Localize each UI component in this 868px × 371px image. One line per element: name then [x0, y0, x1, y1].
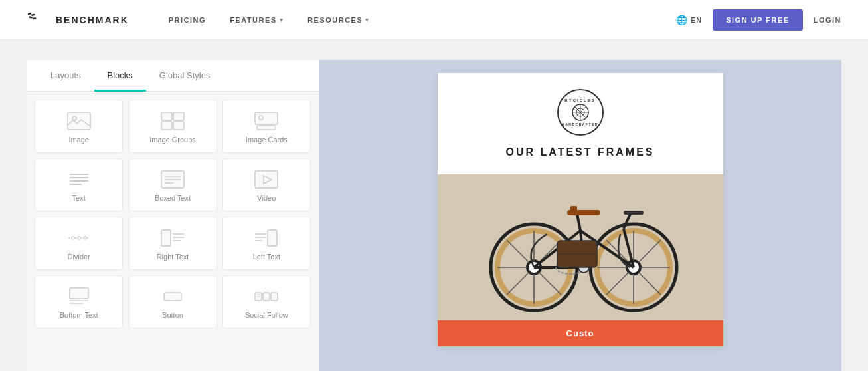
language-selector[interactable]: 🌐 EN — [676, 15, 702, 25]
block-video-label: Video — [257, 194, 276, 202]
block-left-text[interactable]: Left Text — [222, 217, 311, 270]
tab-bar: Layouts Blocks Global Styles — [27, 60, 319, 92]
social-follow-icon — [254, 287, 278, 306]
block-button-label: Button — [162, 311, 183, 319]
svg-rect-30 — [161, 230, 171, 246]
svg-line-61 — [539, 272, 561, 295]
block-text-label: Text — [72, 194, 86, 202]
logo-text: BENCHMARK — [56, 15, 129, 25]
svg-rect-11 — [257, 126, 276, 130]
logo[interactable]: BENCHMARK — [27, 8, 129, 32]
svg-line-72 — [638, 272, 661, 295]
preview-headline: OUR LATEST FRAMES — [505, 146, 654, 158]
login-button[interactable]: LOGIN — [814, 16, 841, 24]
block-image-groups-label: Image Groups — [149, 136, 196, 144]
block-social-follow-label: Social Follow — [245, 311, 288, 319]
svg-rect-1 — [31, 13, 35, 16]
divider-icon — [67, 229, 91, 247]
nav-pricing[interactable]: PRICING — [169, 16, 206, 24]
block-image-groups[interactable]: Image Groups — [128, 100, 217, 153]
image-icon — [67, 112, 91, 130]
preview-logo-bottom: HANDCRAFTED — [562, 122, 598, 126]
block-boxed-text[interactable]: Boxed Text — [128, 158, 217, 211]
svg-point-24 — [78, 237, 80, 239]
block-video[interactable]: Video — [222, 158, 311, 211]
right-text-icon — [161, 229, 185, 247]
block-divider-label: Divider — [68, 253, 90, 261]
block-image-cards[interactable]: Image Cards — [222, 100, 311, 153]
svg-rect-37 — [268, 230, 277, 246]
svg-rect-44 — [271, 293, 278, 301]
block-bottom-text-label: Bottom Text — [60, 311, 98, 319]
text-icon — [67, 170, 91, 189]
block-social-follow[interactable]: Social Follow — [222, 275, 311, 328]
svg-line-63 — [507, 272, 529, 295]
svg-line-74 — [606, 272, 629, 295]
svg-line-82 — [624, 214, 630, 229]
bottom-text-icon — [67, 287, 91, 306]
tab-blocks[interactable]: Blocks — [94, 60, 146, 92]
signup-button[interactable]: SIGN UP FREE — [713, 9, 802, 31]
main-nav: PRICING FEATURES ▾ RESOURCES ▾ — [169, 16, 676, 24]
svg-rect-3 — [33, 17, 37, 19]
boxed-text-icon — [161, 170, 185, 189]
svg-rect-9 — [173, 122, 184, 130]
block-image-label: Image — [68, 136, 89, 144]
block-text[interactable]: Text — [35, 158, 123, 211]
video-icon — [254, 170, 278, 189]
blocks-grid: Image Image Groups — [27, 92, 319, 336]
svg-rect-43 — [263, 293, 270, 301]
block-right-text-label: Right Text — [157, 253, 189, 261]
block-right-text[interactable]: Right Text — [128, 217, 217, 270]
block-button[interactable]: Button — [128, 275, 217, 328]
svg-line-60 — [507, 240, 529, 263]
block-image-cards-label: Image Cards — [246, 136, 288, 144]
svg-rect-2 — [29, 16, 33, 19]
email-preview: BYCICLES HANDCRAFTED OUR LATEST FRAMES — [438, 73, 723, 346]
svg-rect-8 — [161, 122, 172, 130]
svg-rect-41 — [164, 293, 181, 301]
features-arrow-icon: ▾ — [280, 17, 284, 23]
globe-icon: 🌐 — [676, 15, 688, 25]
svg-line-79 — [577, 214, 580, 231]
main-header: BENCHMARK PRICING FEATURES ▾ RESOURCES ▾… — [0, 0, 868, 40]
tab-global-styles[interactable]: Global Styles — [146, 60, 224, 92]
image-cards-icon — [254, 112, 278, 130]
block-boxed-text-label: Boxed Text — [155, 194, 191, 202]
left-text-icon — [254, 229, 278, 247]
nav-resources[interactable]: RESOURCES ▾ — [307, 16, 370, 24]
svg-rect-38 — [70, 288, 88, 299]
svg-point-23 — [72, 237, 74, 239]
image-groups-icon — [161, 112, 185, 130]
block-left-text-label: Left Text — [253, 253, 280, 261]
block-image[interactable]: Image — [35, 100, 123, 153]
nav-features[interactable]: FEATURES ▾ — [230, 16, 284, 24]
preview-email-header: BYCICLES HANDCRAFTED OUR LATEST FRAMES — [438, 73, 723, 174]
svg-rect-0 — [28, 12, 32, 15]
preview-logo: BYCICLES HANDCRAFTED — [557, 89, 604, 136]
svg-rect-10 — [255, 112, 278, 124]
preview-cta: Custo — [438, 320, 723, 346]
block-divider[interactable]: Divider — [35, 217, 123, 270]
preview-area: BYCICLES HANDCRAFTED OUR LATEST FRAMES — [319, 60, 841, 371]
left-panel: Layouts Blocks Global Styles Image — [27, 60, 319, 371]
resources-arrow-icon: ▾ — [365, 17, 370, 23]
svg-point-25 — [84, 237, 86, 239]
svg-rect-81 — [570, 206, 577, 214]
svg-line-73 — [638, 240, 661, 263]
svg-rect-21 — [255, 171, 278, 188]
svg-rect-83 — [624, 211, 644, 215]
tab-layouts[interactable]: Layouts — [37, 60, 94, 92]
svg-rect-7 — [173, 112, 184, 120]
header-right: 🌐 EN SIGN UP FREE LOGIN — [676, 9, 841, 31]
main-content: Layouts Blocks Global Styles Image — [0, 40, 868, 371]
preview-bike-image — [438, 174, 723, 320]
block-bottom-text[interactable]: Bottom Text — [35, 275, 123, 328]
button-icon — [161, 287, 185, 306]
svg-rect-6 — [161, 112, 172, 120]
